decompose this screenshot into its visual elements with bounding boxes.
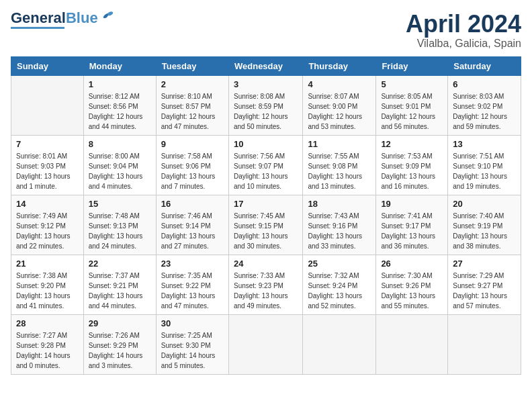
day-number: 29 xyxy=(89,318,151,328)
day-info: Sunrise: 8:03 AM Sunset: 9:02 PM Dayligh… xyxy=(453,91,516,132)
week-row-1: 1Sunrise: 8:12 AM Sunset: 8:56 PM Daylig… xyxy=(11,75,521,135)
day-number: 5 xyxy=(381,79,443,89)
day-info: Sunrise: 7:29 AM Sunset: 9:27 PM Dayligh… xyxy=(453,271,516,311)
day-info: Sunrise: 8:05 AM Sunset: 9:01 PM Dayligh… xyxy=(381,91,443,132)
column-header-thursday: Thursday xyxy=(303,56,376,75)
day-info: Sunrise: 7:48 AM Sunset: 9:13 PM Dayligh… xyxy=(89,211,151,251)
day-cell: 8Sunrise: 8:00 AM Sunset: 9:04 PM Daylig… xyxy=(83,135,156,195)
week-row-5: 28Sunrise: 7:27 AM Sunset: 9:28 PM Dayli… xyxy=(11,314,521,374)
day-number: 24 xyxy=(234,259,298,269)
day-cell: 14Sunrise: 7:49 AM Sunset: 9:12 PM Dayli… xyxy=(11,195,84,255)
day-info: Sunrise: 7:41 AM Sunset: 9:17 PM Dayligh… xyxy=(381,211,443,251)
day-cell xyxy=(303,314,376,374)
month-year-title: April 2024 xyxy=(406,11,521,38)
day-info: Sunrise: 8:08 AM Sunset: 8:59 PM Dayligh… xyxy=(234,91,298,132)
day-cell: 30Sunrise: 7:25 AM Sunset: 9:30 PM Dayli… xyxy=(156,314,228,374)
logo-text: GeneralBlue xyxy=(11,11,98,26)
column-headers: SundayMondayTuesdayWednesdayThursdayFrid… xyxy=(11,56,521,75)
day-number: 14 xyxy=(16,199,79,209)
day-info: Sunrise: 7:37 AM Sunset: 9:21 PM Dayligh… xyxy=(89,271,151,311)
day-number: 3 xyxy=(234,79,298,89)
day-cell: 23Sunrise: 7:35 AM Sunset: 9:22 PM Dayli… xyxy=(156,255,228,314)
day-cell: 17Sunrise: 7:45 AM Sunset: 9:15 PM Dayli… xyxy=(228,195,302,255)
day-info: Sunrise: 7:58 AM Sunset: 9:06 PM Dayligh… xyxy=(161,151,224,191)
day-cell: 5Sunrise: 8:05 AM Sunset: 9:01 PM Daylig… xyxy=(376,75,448,135)
day-info: Sunrise: 7:32 AM Sunset: 9:24 PM Dayligh… xyxy=(308,271,371,311)
week-row-3: 14Sunrise: 7:49 AM Sunset: 9:12 PM Dayli… xyxy=(11,195,521,255)
day-number: 19 xyxy=(381,199,443,209)
column-header-tuesday: Tuesday xyxy=(156,56,228,75)
day-number: 6 xyxy=(453,79,516,89)
day-cell xyxy=(11,75,84,135)
day-info: Sunrise: 7:38 AM Sunset: 9:20 PM Dayligh… xyxy=(16,271,79,311)
week-row-2: 7Sunrise: 8:01 AM Sunset: 9:03 PM Daylig… xyxy=(11,135,521,195)
day-info: Sunrise: 7:46 AM Sunset: 9:14 PM Dayligh… xyxy=(161,211,224,251)
day-number: 9 xyxy=(161,139,224,149)
day-info: Sunrise: 7:40 AM Sunset: 9:19 PM Dayligh… xyxy=(453,211,516,251)
day-cell xyxy=(448,314,521,374)
day-info: Sunrise: 8:01 AM Sunset: 9:03 PM Dayligh… xyxy=(16,151,79,191)
day-cell: 18Sunrise: 7:43 AM Sunset: 9:16 PM Dayli… xyxy=(303,195,376,255)
day-cell: 1Sunrise: 8:12 AM Sunset: 8:56 PM Daylig… xyxy=(83,75,156,135)
day-cell: 4Sunrise: 8:07 AM Sunset: 9:00 PM Daylig… xyxy=(303,75,376,135)
day-cell xyxy=(228,314,302,374)
day-number: 8 xyxy=(89,139,151,149)
day-number: 2 xyxy=(161,79,224,89)
day-cell xyxy=(376,314,448,374)
day-cell: 26Sunrise: 7:30 AM Sunset: 9:26 PM Dayli… xyxy=(376,255,448,314)
day-cell: 28Sunrise: 7:27 AM Sunset: 9:28 PM Dayli… xyxy=(11,314,84,374)
day-number: 7 xyxy=(16,139,79,149)
day-number: 17 xyxy=(234,199,298,209)
day-number: 22 xyxy=(89,259,151,269)
day-info: Sunrise: 7:55 AM Sunset: 9:08 PM Dayligh… xyxy=(308,151,371,191)
day-number: 27 xyxy=(453,259,516,269)
day-number: 16 xyxy=(161,199,224,209)
day-number: 26 xyxy=(381,259,443,269)
day-info: Sunrise: 7:35 AM Sunset: 9:22 PM Dayligh… xyxy=(161,271,224,311)
day-cell: 29Sunrise: 7:26 AM Sunset: 9:29 PM Dayli… xyxy=(83,314,156,374)
day-cell: 7Sunrise: 8:01 AM Sunset: 9:03 PM Daylig… xyxy=(11,135,84,195)
day-info: Sunrise: 7:49 AM Sunset: 9:12 PM Dayligh… xyxy=(16,211,79,251)
day-cell: 22Sunrise: 7:37 AM Sunset: 9:21 PM Dayli… xyxy=(83,255,156,314)
day-cell: 12Sunrise: 7:53 AM Sunset: 9:09 PM Dayli… xyxy=(376,135,448,195)
day-cell: 6Sunrise: 8:03 AM Sunset: 9:02 PM Daylig… xyxy=(448,75,521,135)
location-subtitle: Vilalba, Galicia, Spain xyxy=(406,38,521,50)
day-number: 23 xyxy=(161,259,224,269)
day-cell: 10Sunrise: 7:56 AM Sunset: 9:07 PM Dayli… xyxy=(228,135,302,195)
day-cell: 24Sunrise: 7:33 AM Sunset: 9:23 PM Dayli… xyxy=(228,255,302,314)
day-cell: 11Sunrise: 7:55 AM Sunset: 9:08 PM Dayli… xyxy=(303,135,376,195)
day-info: Sunrise: 8:12 AM Sunset: 8:56 PM Dayligh… xyxy=(89,91,151,132)
day-cell: 16Sunrise: 7:46 AM Sunset: 9:14 PM Dayli… xyxy=(156,195,228,255)
title-block: April 2024 Vilalba, Galicia, Spain xyxy=(406,11,521,50)
day-info: Sunrise: 7:56 AM Sunset: 9:07 PM Dayligh… xyxy=(234,151,298,191)
column-header-friday: Friday xyxy=(376,56,448,75)
column-header-sunday: Sunday xyxy=(11,56,84,75)
day-number: 11 xyxy=(308,139,371,149)
day-number: 28 xyxy=(16,318,79,328)
day-number: 1 xyxy=(89,79,151,89)
day-info: Sunrise: 7:53 AM Sunset: 9:09 PM Dayligh… xyxy=(381,151,443,191)
day-number: 15 xyxy=(89,199,151,209)
day-info: Sunrise: 8:10 AM Sunset: 8:57 PM Dayligh… xyxy=(161,91,224,132)
column-header-saturday: Saturday xyxy=(448,56,521,75)
day-info: Sunrise: 8:07 AM Sunset: 9:00 PM Dayligh… xyxy=(308,91,371,132)
day-number: 12 xyxy=(381,139,443,149)
day-number: 10 xyxy=(234,139,298,149)
day-cell: 25Sunrise: 7:32 AM Sunset: 9:24 PM Dayli… xyxy=(303,255,376,314)
day-info: Sunrise: 7:30 AM Sunset: 9:26 PM Dayligh… xyxy=(381,271,443,311)
calendar-table: SundayMondayTuesdayWednesdayThursdayFrid… xyxy=(11,56,521,375)
logo: GeneralBlue xyxy=(11,11,116,29)
day-number: 4 xyxy=(308,79,371,89)
day-cell: 13Sunrise: 7:51 AM Sunset: 9:10 PM Dayli… xyxy=(448,135,521,195)
day-number: 30 xyxy=(161,318,224,328)
day-number: 21 xyxy=(16,259,79,269)
column-header-wednesday: Wednesday xyxy=(228,56,302,75)
day-number: 18 xyxy=(308,199,371,209)
day-cell: 21Sunrise: 7:38 AM Sunset: 9:20 PM Dayli… xyxy=(11,255,84,314)
day-info: Sunrise: 8:00 AM Sunset: 9:04 PM Dayligh… xyxy=(89,151,151,191)
day-cell: 2Sunrise: 8:10 AM Sunset: 8:57 PM Daylig… xyxy=(156,75,228,135)
column-header-monday: Monday xyxy=(83,56,156,75)
day-cell: 19Sunrise: 7:41 AM Sunset: 9:17 PM Dayli… xyxy=(376,195,448,255)
logo-bird-icon xyxy=(101,9,116,24)
day-number: 13 xyxy=(453,139,516,149)
